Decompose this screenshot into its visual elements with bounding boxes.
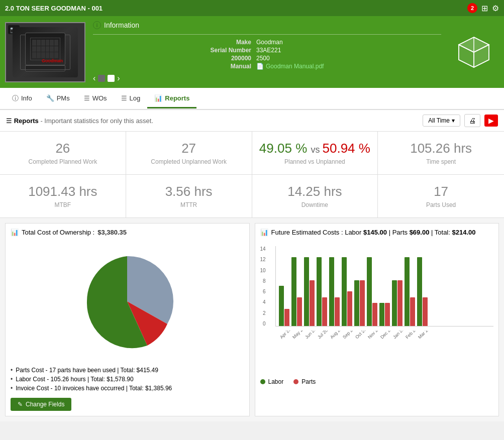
- stat-mttr: 3.56 hrs MTTR: [126, 175, 252, 217]
- charts-section: 📊 Total Cost of Ownership : $3,380.35 •: [0, 218, 504, 421]
- labor-legend-text: Labor Cost - 105.26 hours | Total: $1,57…: [16, 376, 133, 383]
- bar-green: [417, 257, 422, 326]
- tab-info[interactable]: ⓘ Info: [5, 89, 39, 109]
- pms-tab-icon: 🔧: [46, 94, 54, 102]
- reports-content: ☰ Reports - Important statistics for onl…: [0, 110, 504, 421]
- unplanned-value: 27: [131, 141, 247, 156]
- bar-green: [379, 303, 384, 326]
- stat-downtime: 14.25 hrs Downtime: [252, 175, 378, 217]
- id-label: 200000: [93, 55, 251, 62]
- settings-icon[interactable]: ⚙: [492, 4, 499, 13]
- notification-badge[interactable]: 2: [467, 3, 477, 13]
- reports-toolbar: ☰ Reports - Important statistics for onl…: [0, 110, 504, 132]
- bar-green: [329, 257, 334, 326]
- info-table: Make Goodman Serial Number 33AE221 20000…: [93, 39, 441, 70]
- dot-2[interactable]: [108, 75, 115, 82]
- bar-group: [367, 257, 377, 326]
- reports-title-area: ☰ Reports - Important statistics for onl…: [6, 117, 153, 125]
- bar-red: [360, 280, 365, 326]
- pie-chart-container: [11, 241, 244, 362]
- bar-legend-labor-label: Labor: [268, 378, 284, 385]
- stat-time: 105.26 hrs Time spent: [378, 132, 504, 174]
- bar-legend: Labor Parts: [260, 378, 494, 385]
- bar-chart-panel: 📊 Future Estimated Costs : Labor $145.00…: [255, 223, 499, 416]
- chevron-down-icon: ▾: [452, 117, 455, 124]
- pie-legend: • Parts Cost - 17 parts have been used |…: [11, 367, 244, 392]
- print-button[interactable]: 🖨: [464, 114, 480, 127]
- dot-1[interactable]: [98, 75, 105, 82]
- bar-group: [417, 257, 428, 326]
- reports-subtitle: - Important statistics for only this ass…: [40, 117, 153, 125]
- filter-button[interactable]: All Time ▾: [423, 115, 460, 127]
- change-fields-button[interactable]: ✎ Change Fields: [11, 398, 71, 411]
- bar-green: [342, 257, 347, 326]
- next-arrow[interactable]: ›: [117, 74, 120, 83]
- mtbf-label: MTBF: [5, 201, 121, 208]
- info-icon: i: [93, 21, 101, 29]
- bar-red: [322, 297, 327, 326]
- nav-dots: ‹ ›: [93, 74, 441, 83]
- bar-legend-labor: Labor: [260, 378, 284, 385]
- bar-group: [379, 303, 390, 326]
- pvu-value: 49.05 % vs 50.94 %: [257, 141, 373, 156]
- bar-group: [317, 257, 327, 326]
- tab-reports-label: Reports: [165, 94, 189, 102]
- bar-group: [329, 257, 340, 326]
- bar-group: [354, 280, 365, 326]
- youtube-button[interactable]: ▶: [484, 115, 498, 127]
- info-section-label: Information: [104, 21, 139, 29]
- bar-green: [392, 280, 397, 326]
- pvu-label: Planned vs Unplanned: [257, 158, 373, 165]
- make-value: Goodman: [256, 39, 441, 46]
- bar-chart-area: [275, 246, 494, 326]
- bar-chart-container: 14 12 10 8 6 4 2 0 Apr 2018May 2018Jun 2…: [260, 241, 494, 363]
- 3d-box-icon: [454, 32, 494, 72]
- filter-label: All Time: [428, 117, 450, 124]
- bar-legend-parts-label: Parts: [301, 378, 316, 385]
- wos-tab-icon: ☰: [84, 94, 90, 102]
- tab-log-label: Log: [130, 94, 141, 102]
- time-label: Time spent: [383, 158, 499, 165]
- bar-red: [347, 291, 352, 326]
- stats-grid-row2: 1091.43 hrs MTBF 3.56 hrs MTTR 14.25 hrs…: [0, 175, 504, 218]
- bar-green: [405, 257, 410, 326]
- bar-red: [335, 297, 340, 326]
- grid-icon[interactable]: ⊞: [481, 4, 488, 13]
- tab-pms[interactable]: 🔧 PMs: [39, 89, 77, 108]
- manual-label: Manual: [93, 63, 251, 70]
- bar-red: [423, 297, 428, 326]
- bar-green: [367, 257, 372, 326]
- reports-tab-icon: 📊: [154, 94, 162, 102]
- prev-arrow[interactable]: ‹: [93, 74, 95, 83]
- ac-unit-image: Goodman: [13, 27, 78, 77]
- future-costs-label: Future Estimated Costs : Labor $145.00 |…: [271, 229, 476, 236]
- bar-green: [317, 257, 322, 326]
- bar-group: [279, 286, 289, 326]
- bar-green: [279, 286, 284, 326]
- total-cost-label: Total Cost of Ownership :: [22, 229, 94, 236]
- serial-value: 33AE221: [256, 47, 441, 54]
- manual-value[interactable]: 📄Goodman Manual.pdf: [256, 63, 441, 70]
- planned-pct: 49.05 %: [259, 141, 307, 156]
- stat-mtbf: 1091.43 hrs MTBF: [0, 175, 126, 217]
- asset-info-section: i Information Make Goodman Serial Number…: [93, 21, 441, 83]
- parts-legend-text: Parts Cost - 17 parts have been used | T…: [16, 367, 158, 374]
- legend-labor: • Labor Cost - 105.26 hours | Total: $1,…: [11, 376, 244, 383]
- legend-invoice: • Invoice Cost - 10 invoices have occurr…: [11, 385, 244, 392]
- bar-group: [405, 257, 415, 326]
- tab-log[interactable]: ☰ Log: [114, 89, 148, 108]
- stat-parts: 17 Parts Used: [378, 175, 504, 217]
- time-value: 105.26 hrs: [383, 141, 499, 156]
- bar-red: [284, 309, 289, 326]
- mtbf-value: 1091.43 hrs: [5, 184, 121, 199]
- pie-chart-title: 📊 Total Cost of Ownership : $3,380.35: [11, 229, 244, 236]
- total-cost-value: $3,380.35: [97, 229, 127, 236]
- tab-pms-label: PMs: [57, 94, 70, 102]
- tab-wos[interactable]: ☰ WOs: [77, 89, 114, 108]
- tab-reports[interactable]: 📊 Reports: [147, 89, 196, 108]
- change-fields-label: Change Fields: [26, 401, 64, 408]
- labor-dot: [260, 379, 265, 384]
- asset-header: 📷 Goodman i Information Make: [0, 16, 504, 88]
- planned-label: Completed Planned Work: [5, 158, 121, 165]
- edit-icon: ✎: [18, 401, 23, 408]
